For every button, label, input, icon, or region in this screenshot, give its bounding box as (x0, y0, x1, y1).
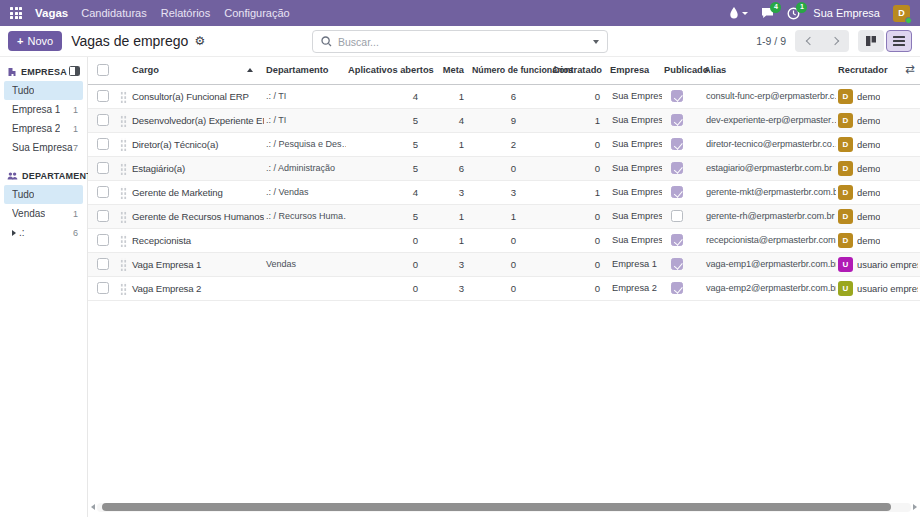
cell-alias: dev-experiente-erp@erpmaster… (702, 108, 836, 132)
list-view-button[interactable] (886, 30, 912, 52)
drag-handle-icon[interactable] (120, 114, 127, 127)
table-row[interactable]: Gerente de Marketing.: / Vendas4331Sua E… (88, 180, 920, 204)
row-select-cell (88, 252, 116, 276)
col-header-departamento[interactable]: Departamento (264, 57, 346, 84)
cell-recrutador: Ddemo (836, 180, 920, 204)
menu-relatorios[interactable]: Relatórios (161, 7, 211, 19)
row-checkbox[interactable] (97, 282, 109, 294)
filter-item[interactable]: .:6 (4, 223, 83, 242)
published-checkbox[interactable] (671, 234, 683, 246)
user-avatar[interactable]: D (893, 5, 910, 22)
table-row[interactable]: Gerente de Recursos Humanos.: / Recursos… (88, 204, 920, 228)
messages-icon[interactable]: 4 (761, 7, 774, 19)
drag-handle-icon[interactable] (120, 234, 127, 247)
apps-grid-icon[interactable] (10, 7, 22, 19)
filter-empresa-1[interactable]: Empresa 11 (4, 100, 83, 119)
menu-candidaturas[interactable]: Candidaturas (81, 7, 146, 19)
table-row[interactable]: Recepcionista0100Sua Empresarecepcionist… (88, 228, 920, 252)
toggle-panel-icon[interactable] (69, 66, 80, 76)
table-row[interactable]: Consultor(a) Funcional ERP.: / TI4160Sua… (88, 84, 920, 108)
filter-count: 1 (73, 124, 78, 134)
col-header-publicado[interactable]: Publicado (662, 57, 702, 84)
col-header-select[interactable] (88, 57, 116, 84)
col-header-label: Cargo (132, 65, 159, 75)
scroll-left-arrow-icon[interactable] (91, 504, 95, 510)
published-checkbox[interactable] (671, 258, 683, 270)
drag-handle-icon[interactable] (120, 186, 127, 199)
published-checkbox[interactable] (671, 210, 683, 222)
published-checkbox[interactable] (671, 162, 683, 174)
activities-clock-icon[interactable]: 1 (787, 7, 800, 20)
col-header-empresa[interactable]: Empresa (608, 57, 662, 84)
col-header-alias[interactable]: Alias (702, 57, 836, 84)
row-checkbox[interactable] (97, 186, 109, 198)
adjust-columns-icon[interactable]: ⇄ (905, 64, 915, 76)
drag-handle-icon[interactable] (120, 282, 127, 295)
published-checkbox[interactable] (671, 138, 683, 150)
row-checkbox[interactable] (97, 162, 109, 174)
select-all-checkbox[interactable] (97, 64, 109, 76)
table-row[interactable]: Diretor(a) Técnico(a).: / Pesquisa e Des… (88, 132, 920, 156)
scroll-right-arrow-icon[interactable] (913, 504, 917, 510)
cell-empresa: Empresa 2 (608, 276, 662, 300)
filter-sua-empresa[interactable]: Sua Empresa7 (4, 138, 83, 157)
cell-aplicativos-abertos: 0 (346, 252, 434, 276)
col-header-meta[interactable]: Meta (434, 57, 470, 84)
new-button[interactable]: + Novo (8, 31, 62, 51)
cell-aplicativos-abertos: 0 (346, 276, 434, 300)
row-checkbox[interactable] (97, 114, 109, 126)
filter-label: Tudo (12, 189, 34, 200)
drag-handle-icon[interactable] (120, 162, 127, 175)
col-header-cargo[interactable]: Cargo (130, 57, 264, 84)
cell-contratado: 1 (522, 108, 608, 132)
row-checkbox[interactable] (97, 210, 109, 222)
published-checkbox[interactable] (671, 114, 683, 126)
row-handle-cell (116, 180, 130, 204)
company-switcher[interactable]: Sua Empresa (813, 7, 880, 19)
table-row[interactable]: Estagiário(a).: / Administração5600Sua E… (88, 156, 920, 180)
row-checkbox[interactable] (97, 90, 109, 102)
drag-handle-icon[interactable] (120, 90, 127, 103)
col-header-numero_funcionarios[interactable]: Número de funcionários (470, 57, 522, 84)
table-body: Consultor(a) Funcional ERP.: / TI4160Sua… (88, 84, 920, 300)
horizontal-scrollbar[interactable] (89, 502, 919, 512)
row-checkbox[interactable] (97, 258, 109, 270)
cell-alias: consult-func-erp@erpmasterbr.c… (702, 84, 836, 108)
scrollbar-thumb[interactable] (102, 503, 891, 511)
search-filter-caret-icon[interactable] (593, 40, 599, 44)
filter-tudo[interactable]: Tudo (4, 81, 83, 100)
pager-next-button[interactable] (822, 30, 849, 52)
menu-configuracao[interactable]: Configuração (224, 7, 289, 19)
cell-recrutador: Uusuario empresa 1 (836, 252, 920, 276)
app-name-vagas[interactable]: Vagas (35, 7, 68, 19)
search-box[interactable] (312, 30, 608, 53)
cell-meta: 4 (434, 108, 470, 132)
scrollbar-track[interactable] (97, 503, 911, 512)
filter-empresa-2[interactable]: Empresa 21 (4, 119, 83, 138)
droplet-icon[interactable] (729, 7, 748, 19)
expand-caret-icon[interactable] (12, 230, 16, 236)
filter-vendas[interactable]: Vendas1 (4, 204, 83, 223)
published-checkbox[interactable] (671, 90, 683, 102)
col-header-aplicativos_abertos[interactable]: Aplicativos abertos (346, 57, 434, 84)
table-row[interactable]: Vaga Empresa 20300Empresa 2vaga-emp2@erp… (88, 276, 920, 300)
table-row[interactable]: Vaga Empresa 1Vendas0300Empresa 1vaga-em… (88, 252, 920, 276)
pager-previous-button[interactable] (795, 30, 822, 52)
drag-handle-icon[interactable] (120, 258, 127, 271)
table-row[interactable]: Desenvolvedor(a) Experiente ERP.: / TI54… (88, 108, 920, 132)
cell-meta: 1 (434, 228, 470, 252)
filter-tudo[interactable]: Tudo (4, 185, 83, 204)
drag-handle-icon[interactable] (120, 138, 127, 151)
drag-handle-icon[interactable] (120, 210, 127, 223)
search-input[interactable] (338, 36, 587, 48)
kanban-view-button[interactable] (858, 30, 884, 52)
published-checkbox[interactable] (671, 186, 683, 198)
col-header-label: Contratado (552, 65, 602, 75)
filter-label: Tudo (12, 85, 34, 96)
settings-gear-icon[interactable]: ⚙ (194, 35, 205, 47)
cell-alias: vaga-emp2@erpmasterbr.com.br (702, 276, 836, 300)
row-checkbox[interactable] (97, 234, 109, 246)
row-checkbox[interactable] (97, 138, 109, 150)
cell-meta: 3 (434, 276, 470, 300)
published-checkbox[interactable] (671, 282, 683, 294)
